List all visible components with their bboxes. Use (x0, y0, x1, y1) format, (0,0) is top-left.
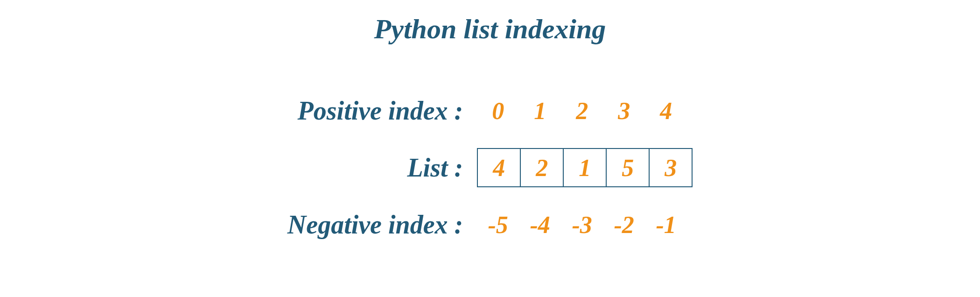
diagram-rows: Positive index : 0 1 2 3 4 List : 4 2 1 … (287, 92, 693, 243)
positive-index-cell: 4 (645, 92, 687, 129)
positive-index-cell: 0 (477, 92, 519, 129)
list-cell: 4 (477, 148, 520, 187)
negative-index-cells: -5 -4 -3 -2 -1 (477, 206, 693, 243)
list-cell: 2 (520, 148, 563, 187)
negative-index-cell: -2 (603, 206, 645, 243)
list-label: List : (287, 153, 463, 183)
negative-index-cell: -4 (519, 206, 561, 243)
positive-index-label: Positive index : (287, 96, 463, 126)
list-cell: 3 (649, 148, 693, 187)
negative-index-label: Negative index : (287, 210, 463, 240)
list-cells: 4 2 1 5 3 (477, 148, 693, 187)
positive-index-cells: 0 1 2 3 4 (477, 92, 693, 129)
negative-index-cell: -3 (561, 206, 603, 243)
positive-index-cell: 2 (561, 92, 603, 129)
list-cell: 5 (606, 148, 649, 187)
positive-index-cell: 1 (519, 92, 561, 129)
negative-index-cell: -1 (645, 206, 687, 243)
list-cell: 1 (563, 148, 606, 187)
diagram-container: Python list indexing Positive index : 0 … (0, 0, 980, 297)
positive-index-cell: 3 (603, 92, 645, 129)
negative-index-cell: -5 (477, 206, 519, 243)
diagram-title: Python list indexing (374, 13, 606, 45)
